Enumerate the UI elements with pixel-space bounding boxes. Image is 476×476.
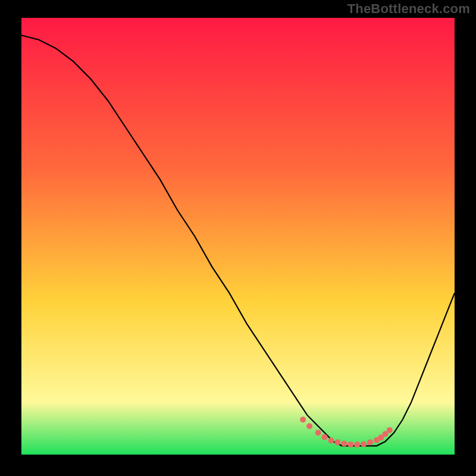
optimal-dot (367, 439, 373, 445)
optimal-dot (341, 441, 347, 447)
optimal-dot (347, 441, 353, 447)
gradient-background (21, 18, 455, 455)
optimal-dot (306, 423, 312, 429)
optimal-dot (361, 441, 367, 447)
watermark-text: TheBottleneck.com (347, 1, 470, 17)
optimal-dot (300, 416, 306, 422)
chart-frame: TheBottleneck.com (0, 0, 476, 476)
plot-inner (21, 18, 455, 455)
optimal-dot (322, 434, 328, 440)
plot-area (21, 18, 455, 455)
optimal-dot (387, 427, 393, 433)
optimal-dot (315, 430, 321, 436)
bottleneck-chart-svg (21, 18, 455, 455)
optimal-dot (328, 438, 334, 444)
optimal-dot (334, 439, 340, 445)
optimal-dot (354, 441, 360, 447)
